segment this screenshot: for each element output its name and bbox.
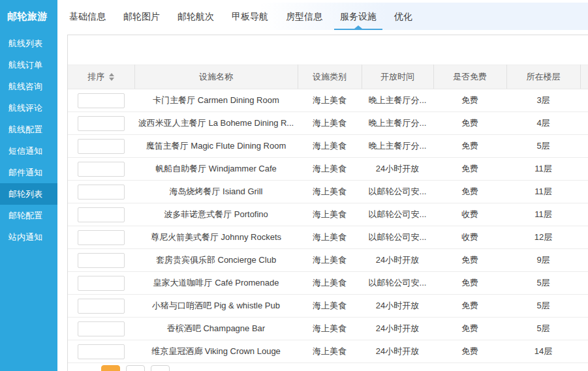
sidebar-item-1[interactable]: 航线订单 [0,54,57,76]
pagination-button[interactable] [126,365,145,371]
sort-input[interactable] [78,162,125,177]
facility-category-cell: 海上美食 [298,226,362,249]
tab-5[interactable]: 服务设施 [336,3,380,30]
sort-input[interactable] [78,116,125,131]
extra-cell [580,181,588,203]
sort-cell [68,249,134,272]
sort-caret-icon[interactable] [109,73,114,81]
table-row: 小猪与口哨酒吧 Pig & whistle Pub 海上美食 24小时开放 免费… [68,295,588,318]
table-header-label: 开放时间 [380,72,414,82]
tab-6[interactable]: 优化 [390,3,416,30]
sort-input[interactable] [78,321,125,336]
facility-category-cell: 海上美食 [298,89,362,112]
sidebar-item-5[interactable]: 短信通知 [0,140,57,162]
sort-input[interactable] [78,185,125,200]
sidebar-item-2[interactable]: 航线咨询 [0,76,57,97]
tab-label: 房型信息 [286,11,322,22]
floor-cell: 11层 [506,181,580,203]
sort-input[interactable] [78,299,125,314]
sidebar-item-label: 邮轮列表 [8,188,42,200]
pagination-button[interactable] [151,365,170,371]
floor-cell: 12层 [506,226,580,249]
sidebar-item-4[interactable]: 航线配置 [0,119,57,140]
facility-name-cell: 波西米亚人主餐厅 La Boheme Dining R... [134,112,298,135]
tab-0[interactable]: 基础信息 [65,3,110,30]
pagination-button[interactable] [101,365,120,371]
table-body: 卡门主餐厅 Carmen Dining Room 海上美食 晚上主餐厅分... … [68,89,588,363]
is-free-cell: 免费 [433,295,506,318]
table-header-label: 是否免费 [453,72,487,82]
table-row: 皇家大道咖啡厅 Café Promenade 海上美食 以邮轮公司安... 免费… [68,272,588,295]
table-row: 魔笛主餐厅 Magic Flute Dining Room 海上美食 晚上主餐厅… [68,135,588,158]
table-header-cell [580,65,588,89]
tab-1[interactable]: 邮轮图片 [119,3,164,30]
extra-cell [580,135,588,158]
open-time-cell: 24小时开放 [362,340,433,363]
extra-cell [580,318,588,340]
sidebar-item-label: 航线咨询 [8,81,42,93]
facility-category-cell: 海上美食 [298,203,362,226]
tab-label: 甲板导航 [232,11,268,22]
sort-input[interactable] [78,93,125,108]
sort-cell [68,295,134,318]
open-time-cell: 以邮轮公司安... [362,226,433,249]
sidebar-item-6[interactable]: 邮件通知 [0,162,57,183]
table-header-cell: 是否免费 [433,65,506,89]
sort-input[interactable] [78,207,125,222]
extra-cell [580,158,588,181]
table-header-cell: 设施名称 [134,65,298,89]
open-time-cell: 24小时开放 [362,158,433,181]
table-row: 波西米亚人主餐厅 La Boheme Dining R... 海上美食 晚上主餐… [68,112,588,135]
sidebar-item-7[interactable]: 邮轮列表 [0,183,57,205]
extra-cell [580,295,588,318]
floor-cell: 14层 [506,340,580,363]
sidebar-item-0[interactable]: 航线列表 [0,33,57,54]
is-free-cell: 免费 [433,181,506,203]
sort-input[interactable] [78,253,125,268]
sort-cell [68,112,134,135]
sidebar-item-3[interactable]: 航线评论 [0,97,57,119]
facility-name-cell: 小猪与口哨酒吧 Pig & whistle Pub [134,295,298,318]
sort-cell [68,203,134,226]
sort-input[interactable] [78,230,125,245]
is-free-cell: 免费 [433,158,506,181]
extra-cell [580,203,588,226]
table-header-label: 设施名称 [199,72,233,82]
floor-cell: 3层 [506,89,580,112]
table-header-label: 所在楼层 [527,72,561,82]
sidebar-item-label: 邮轮配置 [8,210,42,222]
sort-cell [68,340,134,363]
facility-name-cell: 尊尼火箭美式餐厅 Johnny Rockets [134,226,298,249]
table-header-row: 排序 设施名称 设施类别 开放时间 是否免费 所在楼层 [68,65,588,89]
table-row: 维京皇冠酒廊 Viking Crown Louge 海上美食 24小时开放 免费… [68,340,588,363]
tab-2[interactable]: 邮轮航次 [174,3,218,30]
open-time-cell: 24小时开放 [362,249,433,272]
facility-name-cell: 帆船自助餐厅 Windjammer Cafe [134,158,298,181]
content-panel: 排序 设施名称 设施类别 开放时间 是否免费 所在楼层 卡门主餐厅 Carmen… [67,35,588,371]
sort-cell [68,318,134,340]
tab-3[interactable]: 甲板导航 [228,3,272,30]
table-header-cell: 所在楼层 [506,65,580,89]
sort-input[interactable] [78,276,125,291]
sort-input[interactable] [78,139,125,154]
extra-cell [580,89,588,112]
floor-cell: 5层 [506,295,580,318]
floor-cell: 5层 [506,272,580,295]
is-free-cell: 免费 [433,340,506,363]
sort-input[interactable] [78,344,125,359]
sidebar-item-label: 短信通知 [8,145,42,157]
sidebar-title: 邮轮旅游 [0,0,57,33]
table-header-label: 排序 [87,71,104,83]
floor-cell: 9层 [506,249,580,272]
table-header: 排序 设施名称 设施类别 开放时间 是否免费 所在楼层 [68,65,588,89]
sidebar-item-9[interactable]: 站内通知 [0,226,57,248]
facility-category-cell: 海上美食 [298,272,362,295]
extra-cell [580,249,588,272]
extra-cell [580,272,588,295]
facility-name-cell: 皇家大道咖啡厅 Café Promenade [134,272,298,295]
tab-4[interactable]: 房型信息 [282,3,326,30]
sidebar-item-8[interactable]: 邮轮配置 [0,205,57,226]
sort-cell [68,226,134,249]
table-row: 香槟酒吧 Champagne Bar 海上美食 24小时开放 免费 5层 [68,318,588,340]
facility-name-cell: 海岛烧烤餐厅 Isiand Grill [134,181,298,203]
